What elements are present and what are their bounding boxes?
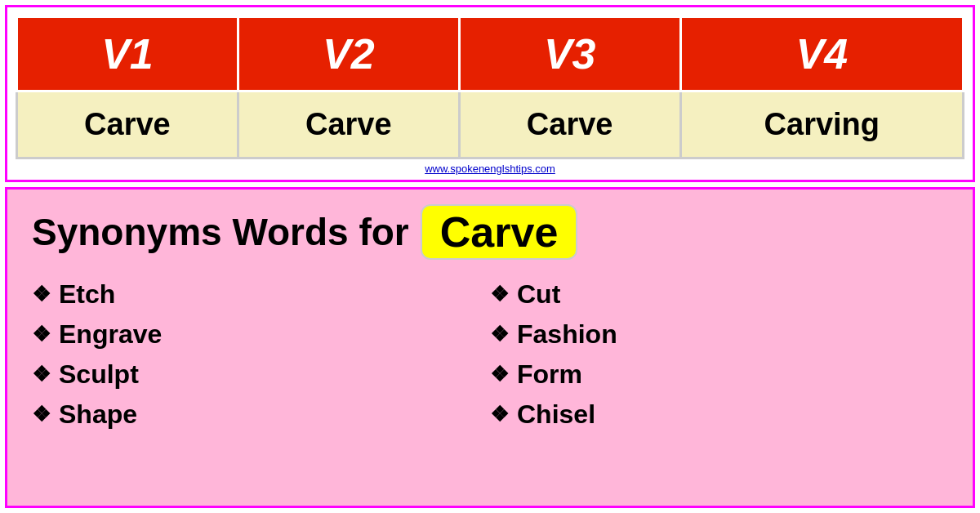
synonym-form: ❖ Form	[490, 355, 948, 395]
cell-v4: Carving	[680, 91, 963, 158]
bullet-fashion: ❖	[490, 322, 509, 347]
synonyms-section: Synonyms Words for Carve ❖ Etch ❖ Engrav…	[5, 187, 975, 508]
synonym-cut: ❖ Cut	[490, 274, 948, 314]
header-v2: V2	[238, 17, 459, 91]
synonym-sculpt: ❖ Sculpt	[32, 355, 490, 395]
bullet-cut: ❖	[490, 282, 509, 307]
table-section: V1 V2 V3 V4 Carve Carve Carve Carving ww…	[5, 5, 975, 182]
synonym-cut-label: Cut	[517, 279, 560, 310]
synonym-etch-label: Etch	[59, 279, 115, 310]
synonyms-column-left: ❖ Etch ❖ Engrave ❖ Sculpt ❖ Shape	[32, 274, 490, 435]
verb-table: V1 V2 V3 V4 Carve Carve Carve Carving	[16, 16, 964, 159]
page-wrapper: V1 V2 V3 V4 Carve Carve Carve Carving ww…	[0, 0, 980, 513]
synonym-shape-label: Shape	[59, 399, 137, 430]
synonym-form-label: Form	[517, 359, 582, 390]
bullet-engrave: ❖	[32, 322, 51, 347]
header-v3: V3	[459, 17, 680, 91]
synonym-fashion: ❖ Fashion	[490, 314, 948, 355]
synonym-engrave: ❖ Engrave	[32, 314, 490, 355]
bullet-sculpt: ❖	[32, 362, 51, 387]
synonyms-grid: ❖ Etch ❖ Engrave ❖ Sculpt ❖ Shape	[32, 274, 948, 435]
synonyms-column-right: ❖ Cut ❖ Fashion ❖ Form ❖ Chisel	[490, 274, 948, 435]
bullet-shape: ❖	[32, 402, 51, 427]
synonyms-title-prefix: Synonyms Words for	[32, 210, 409, 254]
bullet-form: ❖	[490, 362, 509, 387]
synonym-fashion-label: Fashion	[517, 319, 617, 350]
synonym-shape: ❖ Shape	[32, 395, 490, 435]
bullet-chisel: ❖	[490, 402, 509, 427]
synonym-etch: ❖ Etch	[32, 274, 490, 314]
synonym-engrave-label: Engrave	[59, 319, 162, 350]
cell-v1: Carve	[17, 91, 238, 158]
header-v1: V1	[17, 17, 238, 91]
cell-v2: Carve	[238, 91, 459, 158]
synonyms-title: Synonyms Words for Carve	[32, 204, 948, 260]
header-v4: V4	[680, 17, 963, 91]
bullet-etch: ❖	[32, 282, 51, 307]
website-credit: www.spokenenglshtips.com	[16, 159, 964, 180]
synonym-chisel-label: Chisel	[517, 399, 595, 430]
synonym-chisel: ❖ Chisel	[490, 395, 948, 435]
synonyms-highlight-word: Carve	[421, 204, 578, 260]
synonym-sculpt-label: Sculpt	[59, 359, 139, 390]
cell-v3: Carve	[459, 91, 680, 158]
